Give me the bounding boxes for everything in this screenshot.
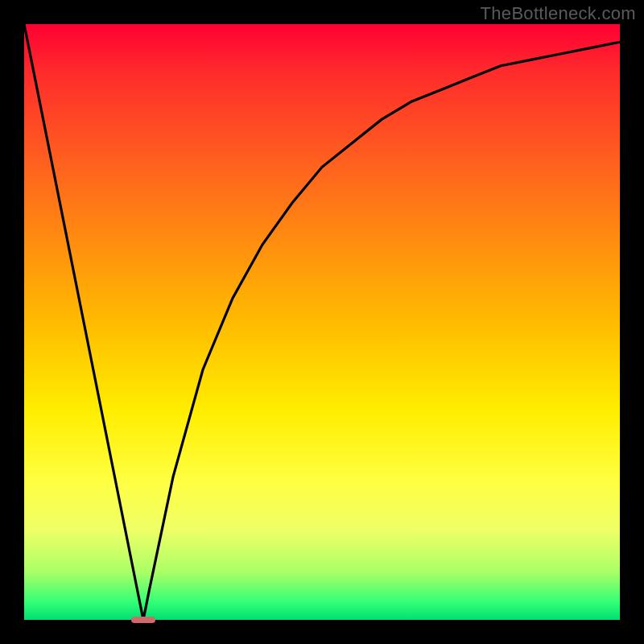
chart-frame: TheBottleneck.com [0, 0, 644, 644]
plot-area [24, 24, 620, 620]
optimal-marker [131, 617, 155, 624]
watermark-text: TheBottleneck.com [481, 3, 636, 24]
bottleneck-curve [24, 24, 620, 620]
